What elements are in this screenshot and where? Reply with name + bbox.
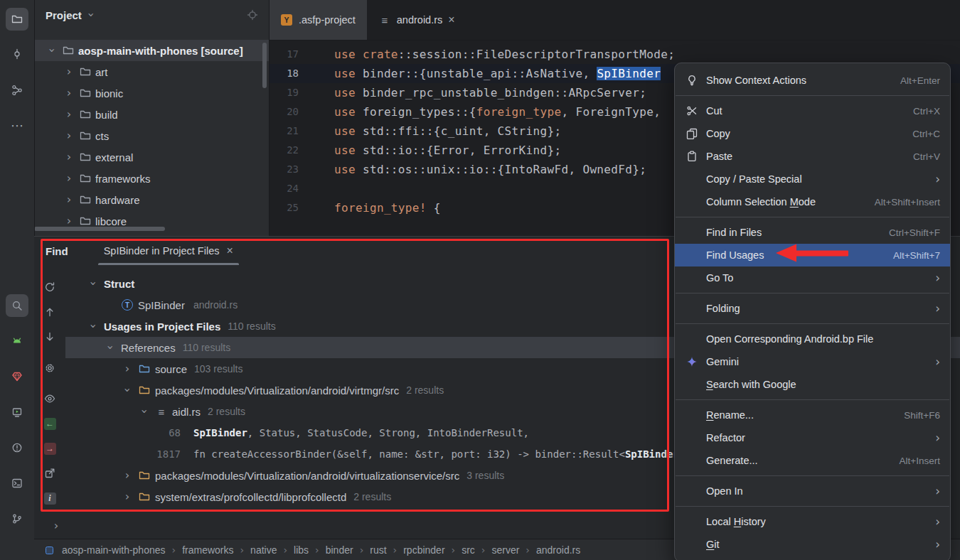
project-tree: ›aosp-main-with-phones [source]›art›bion… (34, 40, 269, 232)
chevron-right-icon: › (63, 215, 75, 227)
breadcrumb-item[interactable]: src (462, 544, 475, 556)
tree-item-label: external (95, 151, 133, 163)
menu-shortcut: Alt+Enter (900, 75, 940, 86)
close-icon[interactable]: × (448, 14, 454, 26)
close-icon[interactable]: × (226, 245, 233, 257)
arrow-down-button[interactable] (41, 328, 59, 346)
chevron-down-icon[interactable]: › (85, 9, 97, 21)
project-tree-item[interactable]: ›frameworks (34, 168, 269, 189)
menu-item-find-in-files[interactable]: Find in FilesCtrl+Shift+F (675, 221, 950, 244)
chevron-right-icon: › (63, 151, 75, 163)
menu-item-gemini[interactable]: Gemini› (675, 350, 950, 373)
line-number: 19 (269, 83, 334, 102)
red-right-arrow-icon: → (43, 442, 56, 455)
match-text: SpIBinder (193, 427, 247, 438)
menu-shortcut: Alt+Insert (900, 456, 940, 466)
menu-item-local-history[interactable]: Local History› (675, 510, 950, 533)
submenu-arrow-icon: › (935, 432, 940, 444)
code-token: std::ffi::{c_uint, CString}; (363, 124, 562, 138)
find-results-tab[interactable]: SpIBinder in Project Files × (97, 237, 240, 265)
result-location: android.rs (193, 299, 238, 311)
breadcrumb-item[interactable]: aosp-main-with-phones (62, 544, 166, 556)
menu-item-copy[interactable]: CopyCtrl+C (675, 122, 950, 145)
gem-icon (11, 370, 23, 383)
project-tree-item[interactable]: ›hardware (34, 189, 269, 210)
paste-icon (685, 150, 699, 163)
menu-item-folding[interactable]: Folding› (675, 297, 950, 320)
usage-text: SpIBinder, Status, StatusCode, Strong, I… (193, 427, 529, 438)
menu-item-generate[interactable]: Generate...Alt+Insert (675, 449, 950, 472)
tree-item-label: build (95, 109, 118, 121)
stripe-running-devices-button[interactable] (6, 401, 28, 424)
chevron-right-icon: › (121, 490, 134, 503)
problems-icon (11, 441, 23, 454)
stripe-commit-button[interactable] (6, 43, 28, 65)
menu-item-rename[interactable]: Rename...Shift+F6 (675, 404, 950, 426)
code-token: ::session::FileDescriptorTransportMode; (398, 48, 675, 61)
gemini-icon (685, 355, 699, 368)
menu-item-paste[interactable]: PasteCtrl+V (675, 145, 950, 168)
menu-item-open-in[interactable]: Open In› (675, 480, 950, 502)
menu-item-refactor[interactable]: Refactor› (675, 426, 950, 449)
arrow-up-button[interactable] (41, 303, 59, 321)
stripe-more-button[interactable]: ⋯ (6, 114, 28, 137)
menu-item-show-context-actions[interactable]: Show Context ActionsAlt+Enter (675, 69, 950, 92)
menu-item-column-selection-mode[interactable]: Column Selection ModeAlt+Shift+Insert (675, 190, 950, 213)
breadcrumb-item[interactable]: server (491, 544, 519, 556)
stripe-search-button[interactable] (6, 294, 28, 317)
project-tree-item[interactable]: ›aosp-main-with-phones [source] (34, 40, 269, 61)
breadcrumb-item[interactable]: android.rs (536, 544, 580, 556)
commit-icon (11, 48, 23, 60)
stripe-device-manager-button[interactable] (6, 330, 28, 352)
breadcrumb-item[interactable]: libs (294, 544, 309, 556)
breadcrumb-item[interactable]: rpcbinder (403, 544, 444, 556)
menu-item-search-with-google[interactable]: Search with Google (675, 373, 950, 396)
rerun-button[interactable] (41, 278, 59, 296)
locate-file-icon[interactable] (246, 9, 259, 21)
project-tree-item[interactable]: ›bionic (34, 82, 269, 104)
settings-button[interactable] (41, 359, 59, 377)
breadcrumb-separator: › (283, 544, 287, 556)
submenu-arrow-icon: › (935, 516, 940, 528)
project-tree-item[interactable]: ›art (34, 61, 269, 82)
menu-item-label: Copy (706, 128, 905, 139)
result-count: 103 results (194, 363, 242, 375)
menu-item-cut[interactable]: CutCtrl+X (675, 99, 950, 122)
stripe-project-button[interactable] (6, 8, 28, 31)
rust-file-icon: ≡ (378, 14, 391, 26)
breadcrumb-item[interactable]: native (250, 544, 277, 556)
stripe-problems-button[interactable] (6, 436, 28, 459)
breadcrumb-item[interactable]: frameworks (182, 544, 233, 556)
export-button[interactable] (41, 464, 59, 483)
scrollbar-horizontal[interactable] (34, 227, 165, 231)
menu-item-copy-paste-special[interactable]: Copy / Paste Special› (675, 168, 950, 190)
menu-item-go-to[interactable]: Go To› (675, 266, 950, 289)
preview-button[interactable] (41, 389, 59, 408)
green-left-arrow-button[interactable]: ← (41, 414, 59, 433)
project-tree-item[interactable]: ›cts (34, 125, 269, 146)
menu-item-open-corresponding-android-bp-file[interactable]: Open Corresponding Android.bp File (675, 328, 950, 350)
menu-item-git[interactable]: Git› (675, 533, 950, 556)
menu-shortcut: Ctrl+X (913, 106, 940, 117)
find-panel-title: Find (46, 245, 68, 257)
stripe-terminal-button[interactable] (6, 472, 28, 495)
project-tree-item[interactable]: ›external (34, 146, 269, 168)
breadcrumb-item[interactable]: rust (370, 544, 386, 556)
scrollbar-vertical[interactable] (262, 43, 267, 88)
breadcrumb-item[interactable]: binder (326, 544, 353, 556)
code-line-17[interactable]: 17use crate::session::FileDescriptorTran… (269, 45, 960, 64)
project-tree-item[interactable]: ›build (34, 104, 269, 125)
stripe-structure-button[interactable] (6, 79, 28, 102)
red-right-arrow-button[interactable]: → (41, 439, 59, 458)
module-folder-icon (138, 490, 151, 503)
menu-item-find-usages[interactable]: Find UsagesAlt+Shift+7 (675, 244, 950, 266)
stripe-version-control-button[interactable] (6, 507, 28, 530)
menu-item-label: Column Selection Mode (706, 196, 868, 208)
scissors-icon (685, 104, 699, 117)
chevron-right-icon[interactable]: › (50, 519, 63, 532)
editor-tab-.asfp-project[interactable]: Y.asfp-project (269, 0, 367, 40)
stripe-assistant-button[interactable] (6, 365, 28, 388)
info-button[interactable]: i (41, 489, 59, 507)
result-label: SpIBinder (138, 299, 185, 311)
editor-tab-android.rs[interactable]: ≡android.rs× (367, 0, 466, 40)
